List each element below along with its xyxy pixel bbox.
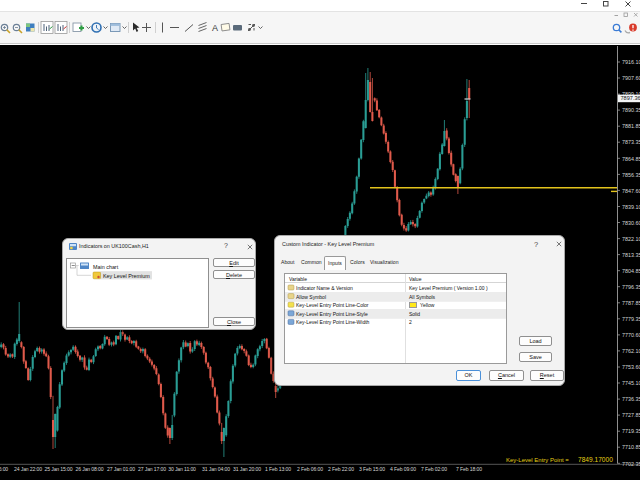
svg-text:7 Feb 02:00: 7 Feb 02:00 (421, 466, 447, 472)
svg-text:7727.85: 7727.85 (622, 412, 640, 418)
svg-text:30 Jan 11:00: 30 Jan 11:00 (168, 466, 196, 472)
svg-text:7762.10: 7762.10 (622, 348, 640, 354)
svg-text:24 Jan 22:00: 24 Jan 22:00 (14, 466, 42, 472)
svg-text:2 Feb 22:00: 2 Feb 22:00 (328, 466, 354, 472)
svg-text:31 Jan 04:00: 31 Jan 04:00 (202, 466, 230, 472)
svg-text:7856.35: 7856.35 (622, 172, 640, 178)
svg-text:7822.10: 7822.10 (622, 236, 640, 242)
svg-text:7849.17000: 7849.17000 (578, 456, 613, 463)
svg-text:7 Feb 18:00: 7 Feb 18:00 (456, 466, 482, 472)
svg-text:7839.10: 7839.10 (622, 204, 640, 210)
svg-text:7796.35: 7796.35 (622, 284, 640, 290)
svg-text:A: A (212, 23, 218, 33)
svg-text:25 Jan 15:00: 25 Jan 15:00 (44, 466, 72, 472)
svg-text:26 Jan 08:00: 26 Jan 08:00 (75, 466, 103, 472)
svg-text:27 Jan 01:00: 27 Jan 01:00 (107, 466, 135, 472)
svg-text:06:00: 06:00 (0, 466, 8, 472)
svg-text:7873.35: 7873.35 (622, 139, 640, 145)
svg-text:7719.35: 7719.35 (622, 428, 640, 434)
svg-text:27 Jan 17:00: 27 Jan 17:00 (138, 466, 166, 472)
svg-text:7804.85: 7804.85 (622, 268, 640, 274)
svg-text:1 Feb 13:00: 1 Feb 13:00 (265, 466, 291, 472)
svg-text:4 Feb 09:00: 4 Feb 09:00 (390, 466, 416, 472)
svg-text:7890.35: 7890.35 (622, 107, 640, 113)
svg-text:7710.85: 7710.85 (622, 444, 640, 450)
svg-text:7779.35: 7779.35 (622, 316, 640, 322)
svg-text:2 Feb 06:00: 2 Feb 06:00 (297, 466, 323, 472)
svg-text:31 Jan 20:00: 31 Jan 20:00 (233, 466, 261, 472)
svg-text:7916.10: 7916.10 (622, 59, 640, 65)
svg-text:7813.35: 7813.35 (622, 252, 640, 258)
svg-text:7897.36: 7897.36 (621, 95, 640, 101)
svg-text:7787.85: 7787.85 (622, 300, 640, 306)
svg-text:7770.60: 7770.60 (622, 332, 640, 338)
svg-text:7745.10: 7745.10 (622, 380, 640, 386)
svg-text:7864.85: 7864.85 (622, 156, 640, 162)
svg-text:7907.60: 7907.60 (622, 75, 640, 81)
svg-text:Key-Level Entry Point =: Key-Level Entry Point = (506, 457, 569, 463)
svg-text:7753.60: 7753.60 (622, 364, 640, 370)
svg-text:7847.60: 7847.60 (622, 188, 640, 194)
svg-text:7830.60: 7830.60 (622, 220, 640, 226)
svg-text:7736.35: 7736.35 (622, 396, 640, 402)
svg-text:7702.35: 7702.35 (622, 461, 640, 467)
svg-text:3 Feb 15:00: 3 Feb 15:00 (359, 466, 385, 472)
svg-text:7881.85: 7881.85 (622, 123, 640, 129)
